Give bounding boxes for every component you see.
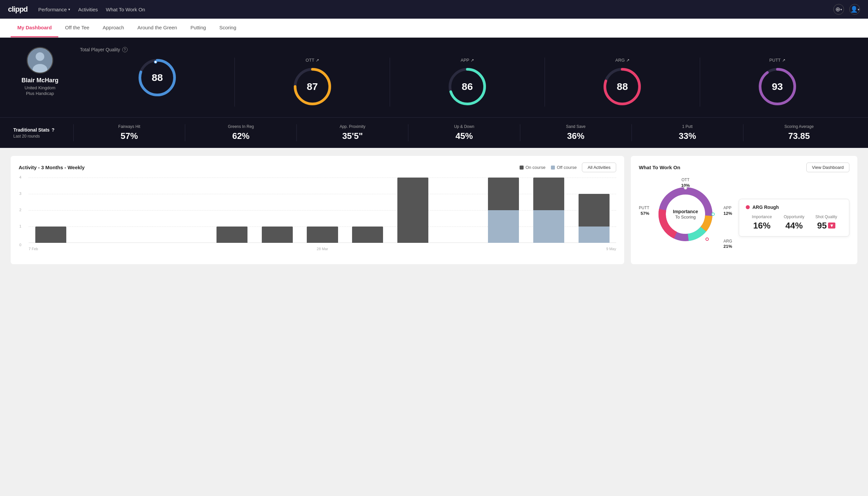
nav-actions: ⊕ ▾ 👤 ▾ bbox=[833, 4, 860, 15]
trad-label-group: Traditional Stats ? Last 20 rounds bbox=[13, 127, 73, 139]
bars-container bbox=[29, 177, 616, 243]
player-name: Blair McHarg bbox=[21, 77, 58, 84]
chevron-down-icon: ▾ bbox=[68, 7, 70, 12]
player-info: Blair McHarg United Kingdom Plus Handica… bbox=[13, 47, 67, 96]
logo: clippd bbox=[8, 5, 28, 14]
score-ott-value: 87 bbox=[307, 81, 318, 92]
activity-card: Activity - 3 Months - Weekly On course O… bbox=[11, 156, 624, 264]
arrow-icon: ↗ bbox=[471, 58, 474, 63]
metric-shot-quality: Shot Quality 95 ▼ bbox=[810, 215, 842, 231]
trad-sublabel: Last 20 rounds bbox=[13, 134, 73, 139]
legend-on-course: On course bbox=[520, 165, 546, 170]
circle-ott: 87 bbox=[293, 67, 332, 107]
arg-rough-info-card: ARG Rough Importance 16% Opportunity 44%… bbox=[739, 199, 849, 236]
stat-up-and-down: Up & Down 45% bbox=[408, 124, 520, 141]
donut-center-text: Importance To Scoring bbox=[673, 209, 698, 219]
score-ott: OTT ↗ 87 bbox=[235, 58, 390, 107]
x-label-7feb: 7 Feb bbox=[29, 247, 82, 251]
arrow-icon: ↗ bbox=[782, 58, 785, 63]
app-label: APP12% bbox=[723, 205, 732, 216]
all-activities-button[interactable]: All Activities bbox=[582, 162, 616, 172]
nav-what-to-work-on[interactable]: What To Work On bbox=[106, 5, 145, 14]
x-labels: 7 Feb 28 Mar 9 May bbox=[29, 247, 616, 251]
score-arg-value: 88 bbox=[617, 81, 628, 92]
trad-label: Traditional Stats ? bbox=[13, 127, 73, 133]
chevron-down-icon: ▾ bbox=[858, 7, 859, 11]
stat-sand-save: Sand Save 36% bbox=[520, 124, 632, 141]
tab-scoring[interactable]: Scoring bbox=[212, 19, 243, 37]
nav-links: Performance ▾ Activities What To Work On bbox=[38, 5, 823, 14]
bar-chart: 4 3 2 1 0 bbox=[19, 177, 616, 251]
activity-title: Activity - 3 Months - Weekly bbox=[19, 165, 84, 170]
nav-performance[interactable]: Performance ▾ bbox=[38, 5, 70, 14]
scores-section: Total Player Quality ? 88 bbox=[80, 47, 855, 107]
circle-arg: 88 bbox=[602, 67, 642, 107]
arg-dot bbox=[746, 205, 750, 209]
donut-center-sub: To Scoring bbox=[673, 215, 698, 219]
view-dashboard-button[interactable]: View Dashboard bbox=[806, 162, 849, 172]
x-label-9may: 9 May bbox=[563, 247, 616, 251]
on-course-dot bbox=[520, 166, 524, 170]
user-button[interactable]: 👤 ▾ bbox=[849, 4, 860, 15]
circle-total: 88 bbox=[137, 58, 177, 98]
stat-scoring-average: Scoring Average 73.85 bbox=[743, 124, 855, 141]
wtwo-body: OTT10% APP12% ARG21% PUTT57% bbox=[639, 177, 849, 258]
score-putt-value: 93 bbox=[772, 81, 783, 92]
score-putt: PUTT ↗ 93 bbox=[700, 58, 855, 107]
tabs-bar: My Dashboard Off the Tee Approach Around… bbox=[0, 19, 868, 37]
chevron-down-icon: ▾ bbox=[840, 7, 842, 11]
stat-greens-in-reg: Greens In Reg 62% bbox=[185, 124, 297, 141]
donut-center-title: Importance bbox=[673, 209, 698, 215]
chart-legend: On course Off course bbox=[520, 165, 577, 170]
score-total-value: 88 bbox=[152, 72, 163, 83]
app-label: APP ↗ bbox=[461, 58, 474, 63]
player-country: United Kingdom bbox=[25, 85, 56, 90]
arg-label: ARG21% bbox=[723, 239, 732, 249]
main-content: Activity - 3 Months - Weekly On course O… bbox=[0, 148, 868, 272]
info-card-title: ARG Rough bbox=[746, 204, 842, 210]
arrow-icon: ↗ bbox=[626, 58, 630, 63]
metric-opportunity: Opportunity 44% bbox=[778, 215, 810, 231]
stat-app-proximity: App. Proximity 35'5" bbox=[297, 124, 408, 141]
score-app-value: 86 bbox=[462, 81, 473, 92]
wtwo-title: What To Work On bbox=[639, 165, 680, 170]
nav-activities[interactable]: Activities bbox=[78, 5, 98, 14]
putt-label: PUTT ↗ bbox=[769, 58, 785, 63]
tab-around-the-green[interactable]: Around the Green bbox=[130, 19, 184, 37]
circle-putt: 93 bbox=[757, 67, 798, 107]
legend-off-course: Off course bbox=[551, 165, 577, 170]
logo-text: clippd bbox=[8, 5, 28, 13]
info-metrics: Importance 16% Opportunity 44% Shot Qual… bbox=[746, 215, 842, 231]
ott-label: OTT ↗ bbox=[306, 58, 319, 63]
help-icon[interactable]: ? bbox=[52, 127, 54, 133]
donut-svg-wrap: Importance To Scoring bbox=[656, 184, 715, 244]
wtwo-header: What To Work On View Dashboard bbox=[639, 162, 849, 172]
traditional-stats: Traditional Stats ? Last 20 rounds Fairw… bbox=[0, 117, 868, 148]
stat-items: Fairways Hit 57% Greens In Reg 62% App. … bbox=[73, 124, 855, 141]
metric-importance: Importance 16% bbox=[746, 215, 778, 231]
tab-putting[interactable]: Putting bbox=[184, 19, 213, 37]
add-button[interactable]: ⊕ ▾ bbox=[833, 4, 844, 15]
off-course-dot bbox=[551, 166, 555, 170]
score-total: 88 bbox=[80, 58, 235, 107]
circle-app: 86 bbox=[447, 67, 487, 107]
tab-approach[interactable]: Approach bbox=[96, 19, 130, 37]
stat-one-putt: 1 Putt 33% bbox=[632, 124, 743, 141]
tab-my-dashboard[interactable]: My Dashboard bbox=[11, 19, 58, 37]
donut-chart-wrap: OTT10% APP12% ARG21% PUTT57% bbox=[639, 177, 732, 258]
tab-off-the-tee[interactable]: Off the Tee bbox=[58, 19, 96, 37]
down-arrow-badge: ▼ bbox=[828, 222, 835, 229]
avatar bbox=[27, 47, 53, 74]
help-icon[interactable]: ? bbox=[122, 47, 128, 52]
stat-fairways-hit: Fairways Hit 57% bbox=[73, 124, 185, 141]
navbar: clippd Performance ▾ Activities What To … bbox=[0, 0, 868, 19]
svg-point-1 bbox=[36, 52, 44, 61]
score-circles: 88 OTT ↗ 87 bbox=[80, 58, 855, 107]
putt-label: PUTT57% bbox=[639, 205, 649, 216]
user-icon: 👤 bbox=[850, 6, 858, 13]
x-label-28mar: 28 Mar bbox=[296, 247, 349, 251]
what-to-work-on-card: What To Work On View Dashboard OTT10% AP… bbox=[631, 156, 857, 264]
plus-icon: ⊕ bbox=[835, 6, 840, 13]
hero-section: Blair McHarg United Kingdom Plus Handica… bbox=[0, 37, 868, 117]
tpq-label: Total Player Quality ? bbox=[80, 47, 855, 52]
